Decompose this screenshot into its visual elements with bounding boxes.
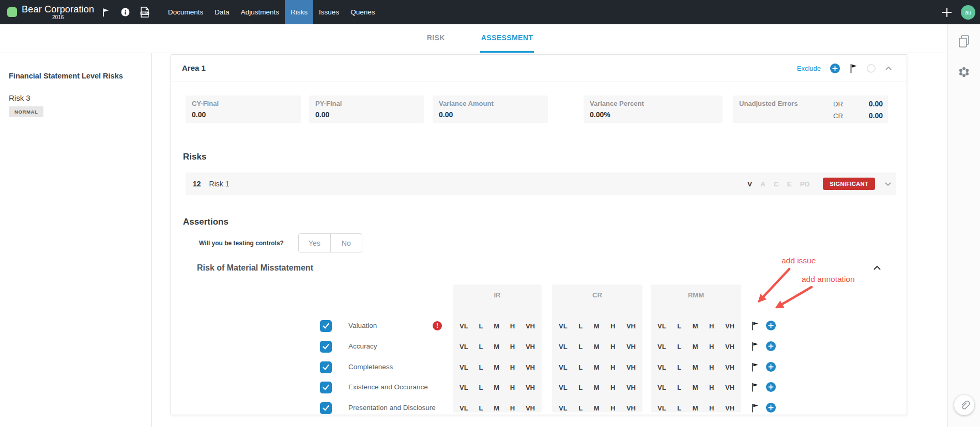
- rating-rmm-m-presentation-and-disclosure[interactable]: M: [693, 404, 698, 412]
- add-annotation-button[interactable]: [766, 362, 776, 372]
- assertion-flag-c[interactable]: C: [774, 180, 779, 188]
- checkbox-existence-and-occurance[interactable]: [320, 382, 332, 393]
- rating-cr-l-presentation-and-disclosure[interactable]: L: [578, 404, 583, 412]
- collapse-chevron-icon[interactable]: [885, 66, 892, 71]
- add-annotation-button[interactable]: [766, 321, 776, 330]
- tab-assessment[interactable]: ASSESSMENT: [480, 24, 534, 53]
- rating-rmm-vl-completeness[interactable]: VL: [657, 363, 666, 371]
- rating-rmm-l-presentation-and-disclosure[interactable]: L: [677, 404, 681, 412]
- risk-row[interactable]: 12 Risk 1 VACEPD SIGNIFICANT: [186, 172, 896, 195]
- rating-cr-vl-presentation-and-disclosure[interactable]: VL: [559, 404, 568, 412]
- rating-rmm-m-completeness[interactable]: M: [693, 363, 698, 371]
- rating-rmm-l-existence-and-occurance[interactable]: L: [677, 384, 681, 391]
- nav-item-adjustments[interactable]: Adjustments: [235, 0, 285, 24]
- rmm-collapse-chevron-icon[interactable]: [873, 265, 881, 271]
- create-new-icon[interactable]: [940, 6, 954, 19]
- flag-icon[interactable]: [101, 8, 111, 17]
- rating-ir-m-valuation[interactable]: M: [494, 322, 499, 330]
- attachment-fab[interactable]: [954, 395, 974, 415]
- rating-ir-m-completeness[interactable]: M: [494, 363, 499, 371]
- rating-rmm-m-accuracy[interactable]: M: [693, 343, 698, 351]
- team-icon[interactable]: [958, 66, 971, 78]
- rating-cr-vh-presentation-and-disclosure[interactable]: VH: [626, 404, 636, 412]
- rating-cr-vh-valuation[interactable]: VH: [626, 322, 636, 330]
- rating-ir-l-accuracy[interactable]: L: [479, 343, 483, 351]
- nav-item-documents[interactable]: Documents: [162, 0, 209, 24]
- rating-cr-h-completeness[interactable]: H: [610, 363, 615, 371]
- rating-cr-l-completeness[interactable]: L: [578, 363, 583, 371]
- rating-ir-l-completeness[interactable]: L: [479, 363, 483, 371]
- rating-rmm-l-completeness[interactable]: L: [677, 363, 681, 371]
- rating-rmm-vl-valuation[interactable]: VL: [657, 322, 666, 330]
- yes-button[interactable]: Yes: [299, 234, 331, 252]
- rating-ir-h-existence-and-occurance[interactable]: H: [510, 384, 515, 391]
- rating-rmm-h-existence-and-occurance[interactable]: H: [709, 384, 714, 391]
- rating-rmm-vl-existence-and-occurance[interactable]: VL: [657, 384, 666, 391]
- rating-ir-vl-accuracy[interactable]: VL: [460, 343, 468, 351]
- alert-icon[interactable]: [433, 321, 442, 330]
- rating-ir-m-presentation-and-disclosure[interactable]: M: [494, 404, 499, 412]
- rating-rmm-m-existence-and-occurance[interactable]: M: [693, 384, 698, 391]
- rating-cr-m-accuracy[interactable]: M: [594, 343, 600, 351]
- assertion-flag-a[interactable]: A: [760, 180, 765, 188]
- no-button[interactable]: No: [331, 234, 362, 252]
- rating-ir-vh-accuracy[interactable]: VH: [526, 343, 535, 351]
- rating-ir-l-existence-and-occurance[interactable]: L: [479, 384, 483, 391]
- rating-ir-vl-existence-and-occurance[interactable]: VL: [460, 384, 468, 391]
- expand-chevron-icon[interactable]: [884, 182, 892, 186]
- rating-rmm-h-completeness[interactable]: H: [709, 363, 714, 371]
- nav-item-queries[interactable]: Queries: [345, 0, 380, 24]
- info-icon[interactable]: [121, 8, 130, 17]
- flag-icon[interactable]: [849, 64, 858, 73]
- fsl-risk-item[interactable]: Risk 3: [9, 93, 30, 102]
- rating-rmm-vh-valuation[interactable]: VH: [725, 322, 734, 330]
- rating-rmm-vh-existence-and-occurance[interactable]: VH: [725, 384, 734, 391]
- checkbox-accuracy[interactable]: [320, 341, 332, 353]
- app-brand[interactable]: Bear Corporation 2016: [7, 0, 94, 24]
- rating-ir-h-presentation-and-disclosure[interactable]: H: [510, 404, 515, 412]
- rating-rmm-h-accuracy[interactable]: H: [709, 343, 714, 351]
- rating-ir-vh-existence-and-occurance[interactable]: VH: [526, 384, 535, 391]
- rating-ir-vh-valuation[interactable]: VH: [526, 322, 535, 330]
- rating-rmm-h-valuation[interactable]: H: [709, 322, 714, 330]
- rating-cr-vl-existence-and-occurance[interactable]: VL: [559, 384, 568, 391]
- rating-cr-l-accuracy[interactable]: L: [578, 343, 583, 351]
- rating-cr-l-valuation[interactable]: L: [578, 322, 583, 330]
- rating-ir-m-existence-and-occurance[interactable]: M: [494, 384, 499, 391]
- rating-cr-l-existence-and-occurance[interactable]: L: [578, 384, 583, 391]
- rating-ir-vl-valuation[interactable]: VL: [460, 322, 468, 330]
- user-avatar[interactable]: au: [961, 5, 975, 20]
- assertion-flag-v[interactable]: V: [747, 180, 752, 188]
- add-issue-flag-icon[interactable]: [751, 383, 759, 392]
- rating-ir-l-valuation[interactable]: L: [479, 322, 483, 330]
- rating-rmm-vh-completeness[interactable]: VH: [725, 363, 734, 371]
- rating-rmm-vh-accuracy[interactable]: VH: [725, 343, 734, 351]
- rating-rmm-vl-accuracy[interactable]: VL: [657, 343, 666, 351]
- add-annotation-button[interactable]: [766, 382, 776, 392]
- rating-ir-vl-completeness[interactable]: VL: [460, 363, 468, 371]
- rating-ir-l-presentation-and-disclosure[interactable]: L: [479, 404, 483, 412]
- status-ring-icon[interactable]: [867, 64, 876, 73]
- rating-ir-h-accuracy[interactable]: H: [510, 343, 515, 351]
- rating-rmm-h-presentation-and-disclosure[interactable]: H: [709, 404, 714, 412]
- nav-item-issues[interactable]: Issues: [313, 0, 345, 24]
- rating-cr-vh-accuracy[interactable]: VH: [626, 343, 636, 351]
- rating-ir-m-accuracy[interactable]: M: [494, 343, 499, 351]
- rating-cr-vl-accuracy[interactable]: VL: [559, 343, 568, 351]
- documents-panel-icon[interactable]: [957, 34, 971, 49]
- rating-cr-h-accuracy[interactable]: H: [610, 343, 615, 351]
- rating-cr-m-existence-and-occurance[interactable]: M: [594, 384, 600, 391]
- rating-ir-h-valuation[interactable]: H: [510, 322, 515, 330]
- rating-ir-h-completeness[interactable]: H: [510, 363, 515, 371]
- checkbox-presentation-and-disclosure[interactable]: [320, 402, 332, 414]
- nav-item-risks[interactable]: Risks: [285, 0, 313, 24]
- rating-rmm-vl-presentation-and-disclosure[interactable]: VL: [657, 404, 666, 412]
- xbrl-icon[interactable]: XBRL: [140, 7, 149, 18]
- assertion-flag-pd[interactable]: PD: [800, 180, 810, 188]
- rating-rmm-m-valuation[interactable]: M: [693, 322, 698, 330]
- add-issue-flag-icon[interactable]: [751, 403, 759, 413]
- add-annotation-button[interactable]: [766, 341, 776, 351]
- rating-cr-m-completeness[interactable]: M: [594, 363, 600, 371]
- nav-item-data[interactable]: Data: [209, 0, 235, 24]
- add-issue-flag-icon[interactable]: [751, 362, 759, 372]
